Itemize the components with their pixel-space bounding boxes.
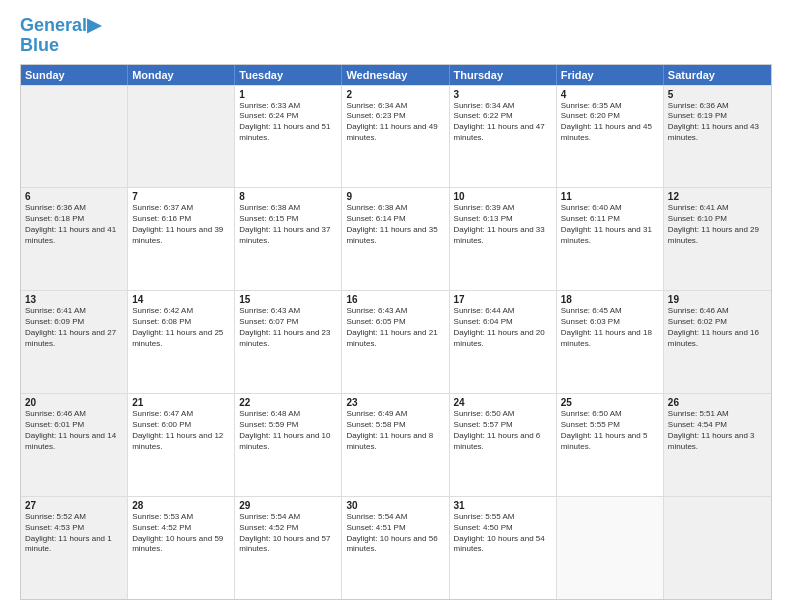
cell-info: Sunrise: 6:40 AM Sunset: 6:11 PM Dayligh… — [561, 203, 659, 246]
cal-cell: 23Sunrise: 6:49 AM Sunset: 5:58 PM Dayli… — [342, 394, 449, 496]
day-number: 25 — [561, 397, 659, 408]
cal-cell: 19Sunrise: 6:46 AM Sunset: 6:02 PM Dayli… — [664, 291, 771, 393]
cal-cell: 18Sunrise: 6:45 AM Sunset: 6:03 PM Dayli… — [557, 291, 664, 393]
cal-cell: 25Sunrise: 6:50 AM Sunset: 5:55 PM Dayli… — [557, 394, 664, 496]
cell-info: Sunrise: 6:49 AM Sunset: 5:58 PM Dayligh… — [346, 409, 444, 452]
cell-info: Sunrise: 6:41 AM Sunset: 6:09 PM Dayligh… — [25, 306, 123, 349]
cal-cell: 9Sunrise: 6:38 AM Sunset: 6:14 PM Daylig… — [342, 188, 449, 290]
cell-info: Sunrise: 6:43 AM Sunset: 6:05 PM Dayligh… — [346, 306, 444, 349]
day-number: 23 — [346, 397, 444, 408]
cell-info: Sunrise: 5:54 AM Sunset: 4:52 PM Dayligh… — [239, 512, 337, 555]
cal-week-1: 1Sunrise: 6:33 AM Sunset: 6:24 PM Daylig… — [21, 85, 771, 188]
logo-text: General▶ — [20, 16, 101, 36]
day-number: 31 — [454, 500, 552, 511]
day-number: 10 — [454, 191, 552, 202]
page: General▶ Blue SundayMondayTuesdayWednesd… — [0, 0, 792, 612]
cal-cell: 22Sunrise: 6:48 AM Sunset: 5:59 PM Dayli… — [235, 394, 342, 496]
cal-cell — [21, 86, 128, 188]
cell-info: Sunrise: 6:38 AM Sunset: 6:15 PM Dayligh… — [239, 203, 337, 246]
cal-cell: 1Sunrise: 6:33 AM Sunset: 6:24 PM Daylig… — [235, 86, 342, 188]
calendar: SundayMondayTuesdayWednesdayThursdayFrid… — [20, 64, 772, 600]
cal-cell: 15Sunrise: 6:43 AM Sunset: 6:07 PM Dayli… — [235, 291, 342, 393]
cell-info: Sunrise: 6:50 AM Sunset: 5:55 PM Dayligh… — [561, 409, 659, 452]
cal-week-4: 20Sunrise: 6:46 AM Sunset: 6:01 PM Dayli… — [21, 393, 771, 496]
cell-info: Sunrise: 6:35 AM Sunset: 6:20 PM Dayligh… — [561, 101, 659, 144]
day-number: 20 — [25, 397, 123, 408]
cell-info: Sunrise: 6:41 AM Sunset: 6:10 PM Dayligh… — [668, 203, 767, 246]
day-number: 5 — [668, 89, 767, 100]
cell-info: Sunrise: 6:50 AM Sunset: 5:57 PM Dayligh… — [454, 409, 552, 452]
cal-header-friday: Friday — [557, 65, 664, 85]
cell-info: Sunrise: 6:45 AM Sunset: 6:03 PM Dayligh… — [561, 306, 659, 349]
cell-info: Sunrise: 6:36 AM Sunset: 6:19 PM Dayligh… — [668, 101, 767, 144]
cal-cell: 5Sunrise: 6:36 AM Sunset: 6:19 PM Daylig… — [664, 86, 771, 188]
day-number: 29 — [239, 500, 337, 511]
cal-week-5: 27Sunrise: 5:52 AM Sunset: 4:53 PM Dayli… — [21, 496, 771, 599]
cal-header-tuesday: Tuesday — [235, 65, 342, 85]
cal-header-monday: Monday — [128, 65, 235, 85]
cell-info: Sunrise: 6:46 AM Sunset: 6:01 PM Dayligh… — [25, 409, 123, 452]
cal-cell: 30Sunrise: 5:54 AM Sunset: 4:51 PM Dayli… — [342, 497, 449, 599]
cal-cell — [557, 497, 664, 599]
day-number: 14 — [132, 294, 230, 305]
cal-cell: 27Sunrise: 5:52 AM Sunset: 4:53 PM Dayli… — [21, 497, 128, 599]
cal-cell: 16Sunrise: 6:43 AM Sunset: 6:05 PM Dayli… — [342, 291, 449, 393]
calendar-header-row: SundayMondayTuesdayWednesdayThursdayFrid… — [21, 65, 771, 85]
day-number: 27 — [25, 500, 123, 511]
cell-info: Sunrise: 6:48 AM Sunset: 5:59 PM Dayligh… — [239, 409, 337, 452]
day-number: 21 — [132, 397, 230, 408]
cal-cell: 3Sunrise: 6:34 AM Sunset: 6:22 PM Daylig… — [450, 86, 557, 188]
day-number: 15 — [239, 294, 337, 305]
cal-cell: 24Sunrise: 6:50 AM Sunset: 5:57 PM Dayli… — [450, 394, 557, 496]
cell-info: Sunrise: 6:39 AM Sunset: 6:13 PM Dayligh… — [454, 203, 552, 246]
day-number: 16 — [346, 294, 444, 305]
cal-cell: 10Sunrise: 6:39 AM Sunset: 6:13 PM Dayli… — [450, 188, 557, 290]
cal-cell — [128, 86, 235, 188]
cal-cell: 31Sunrise: 5:55 AM Sunset: 4:50 PM Dayli… — [450, 497, 557, 599]
cell-info: Sunrise: 6:44 AM Sunset: 6:04 PM Dayligh… — [454, 306, 552, 349]
cal-cell: 13Sunrise: 6:41 AM Sunset: 6:09 PM Dayli… — [21, 291, 128, 393]
cal-cell: 17Sunrise: 6:44 AM Sunset: 6:04 PM Dayli… — [450, 291, 557, 393]
day-number: 2 — [346, 89, 444, 100]
day-number: 30 — [346, 500, 444, 511]
cal-cell: 2Sunrise: 6:34 AM Sunset: 6:23 PM Daylig… — [342, 86, 449, 188]
logo-general: General — [20, 15, 87, 35]
cal-week-2: 6Sunrise: 6:36 AM Sunset: 6:18 PM Daylig… — [21, 187, 771, 290]
cal-cell — [664, 497, 771, 599]
cell-info: Sunrise: 5:53 AM Sunset: 4:52 PM Dayligh… — [132, 512, 230, 555]
logo-bird-icon: ▶ — [87, 15, 101, 35]
cal-header-thursday: Thursday — [450, 65, 557, 85]
day-number: 12 — [668, 191, 767, 202]
cal-cell: 20Sunrise: 6:46 AM Sunset: 6:01 PM Dayli… — [21, 394, 128, 496]
cell-info: Sunrise: 6:43 AM Sunset: 6:07 PM Dayligh… — [239, 306, 337, 349]
logo: General▶ Blue — [20, 16, 101, 56]
cell-info: Sunrise: 6:47 AM Sunset: 6:00 PM Dayligh… — [132, 409, 230, 452]
cell-info: Sunrise: 5:51 AM Sunset: 4:54 PM Dayligh… — [668, 409, 767, 452]
cal-cell: 6Sunrise: 6:36 AM Sunset: 6:18 PM Daylig… — [21, 188, 128, 290]
header: General▶ Blue — [20, 16, 772, 56]
cal-cell: 8Sunrise: 6:38 AM Sunset: 6:15 PM Daylig… — [235, 188, 342, 290]
cell-info: Sunrise: 5:55 AM Sunset: 4:50 PM Dayligh… — [454, 512, 552, 555]
day-number: 6 — [25, 191, 123, 202]
cell-info: Sunrise: 6:37 AM Sunset: 6:16 PM Dayligh… — [132, 203, 230, 246]
day-number: 24 — [454, 397, 552, 408]
day-number: 22 — [239, 397, 337, 408]
day-number: 1 — [239, 89, 337, 100]
cal-header-wednesday: Wednesday — [342, 65, 449, 85]
cal-header-sunday: Sunday — [21, 65, 128, 85]
cal-header-saturday: Saturday — [664, 65, 771, 85]
day-number: 11 — [561, 191, 659, 202]
cell-info: Sunrise: 6:33 AM Sunset: 6:24 PM Dayligh… — [239, 101, 337, 144]
day-number: 7 — [132, 191, 230, 202]
cal-cell: 4Sunrise: 6:35 AM Sunset: 6:20 PM Daylig… — [557, 86, 664, 188]
cell-info: Sunrise: 5:52 AM Sunset: 4:53 PM Dayligh… — [25, 512, 123, 555]
cell-info: Sunrise: 6:38 AM Sunset: 6:14 PM Dayligh… — [346, 203, 444, 246]
day-number: 26 — [668, 397, 767, 408]
day-number: 13 — [25, 294, 123, 305]
calendar-body: 1Sunrise: 6:33 AM Sunset: 6:24 PM Daylig… — [21, 85, 771, 599]
cal-cell: 26Sunrise: 5:51 AM Sunset: 4:54 PM Dayli… — [664, 394, 771, 496]
day-number: 4 — [561, 89, 659, 100]
day-number: 19 — [668, 294, 767, 305]
cal-cell: 29Sunrise: 5:54 AM Sunset: 4:52 PM Dayli… — [235, 497, 342, 599]
day-number: 17 — [454, 294, 552, 305]
